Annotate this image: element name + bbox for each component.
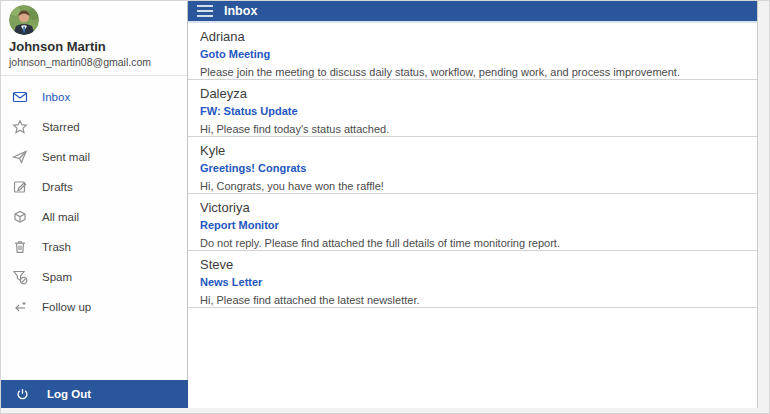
send-icon [12, 149, 28, 165]
trash-icon [12, 239, 28, 255]
email-sender: Adriana [200, 29, 747, 44]
mail-content: Inbox Adriana Goto Meeting Please join t… [188, 1, 758, 408]
sidebar-nav: Inbox Starred Sent mail Drafts [1, 76, 187, 322]
profile-section: Johnson Martin johnson_martin08@gmail.co… [1, 1, 187, 76]
email-preview: Hi, Please find attached the latest news… [200, 294, 747, 307]
sidebar-item-all-mail[interactable]: All mail [1, 202, 187, 232]
email-subject[interactable]: Report Monitor [200, 219, 747, 232]
star-icon [12, 119, 28, 135]
follow-up-icon [12, 299, 28, 315]
hamburger-menu-icon[interactable] [196, 4, 214, 18]
email-subject[interactable]: Greetings! Congrats [200, 162, 747, 175]
email-sender: Kyle [200, 143, 747, 158]
avatar [9, 5, 39, 35]
profile-name: Johnson Martin [9, 39, 179, 54]
sidebar-item-label: Starred [42, 121, 80, 133]
sidebar-item-spam[interactable]: Spam [1, 262, 187, 292]
email-preview: Do not reply. Please find attached the f… [200, 237, 747, 250]
sidebar-item-inbox[interactable]: Inbox [1, 82, 187, 112]
sidebar-item-label: All mail [42, 211, 79, 223]
email-row-kyle[interactable]: Kyle Greetings! Congrats Hi, Congrats, y… [188, 137, 757, 194]
sidebar-item-follow-up[interactable]: Follow up [1, 292, 187, 322]
inbox-header: Inbox [188, 1, 757, 23]
sidebar-item-drafts[interactable]: Drafts [1, 172, 187, 202]
header-title: Inbox [224, 4, 257, 18]
sidebar-item-label: Follow up [42, 301, 91, 313]
email-row-steve[interactable]: Steve News Letter Hi, Please find attach… [188, 251, 757, 308]
logout-label: Log Out [47, 388, 91, 400]
logout-button[interactable]: Log Out [1, 380, 188, 408]
inbox-icon [12, 89, 28, 105]
sidebar-item-label: Spam [42, 271, 72, 283]
draft-icon [12, 179, 28, 195]
all-mail-icon [12, 209, 28, 225]
sidebar-item-label: Drafts [42, 181, 73, 193]
sidebar-item-label: Sent mail [42, 151, 90, 163]
power-icon [15, 387, 30, 402]
email-sender: Daleyza [200, 86, 747, 101]
email-sender: Victoriya [200, 200, 747, 215]
spam-icon [12, 269, 28, 285]
email-subject[interactable]: FW: Status Update [200, 105, 747, 118]
email-preview: Please join the meeting to discuss daily… [200, 66, 747, 79]
email-sender: Steve [200, 257, 747, 272]
mail-app-window: Johnson Martin johnson_martin08@gmail.co… [0, 0, 770, 414]
email-subject[interactable]: Goto Meeting [200, 48, 747, 61]
email-row-adriana[interactable]: Adriana Goto Meeting Please join the mee… [188, 23, 757, 80]
sidebar-item-label: Trash [42, 241, 71, 253]
sidebar-item-sent-mail[interactable]: Sent mail [1, 142, 187, 172]
email-subject[interactable]: News Letter [200, 276, 747, 289]
email-preview: Hi, Congrats, you have won the raffle! [200, 180, 747, 193]
email-row-daleyza[interactable]: Daleyza FW: Status Update Hi, Please fin… [188, 80, 757, 137]
sidebar-item-label: Inbox [42, 91, 70, 103]
sidebar-item-starred[interactable]: Starred [1, 112, 187, 142]
email-list: Adriana Goto Meeting Please join the mee… [188, 23, 757, 308]
sidebar: Johnson Martin johnson_martin08@gmail.co… [1, 1, 188, 408]
profile-email: johnson_martin08@gmail.com [9, 56, 179, 68]
email-preview: Hi, Please find today's status attached. [200, 123, 747, 136]
sidebar-item-trash[interactable]: Trash [1, 232, 187, 262]
email-row-victoriya[interactable]: Victoriya Report Monitor Do not reply. P… [188, 194, 757, 251]
